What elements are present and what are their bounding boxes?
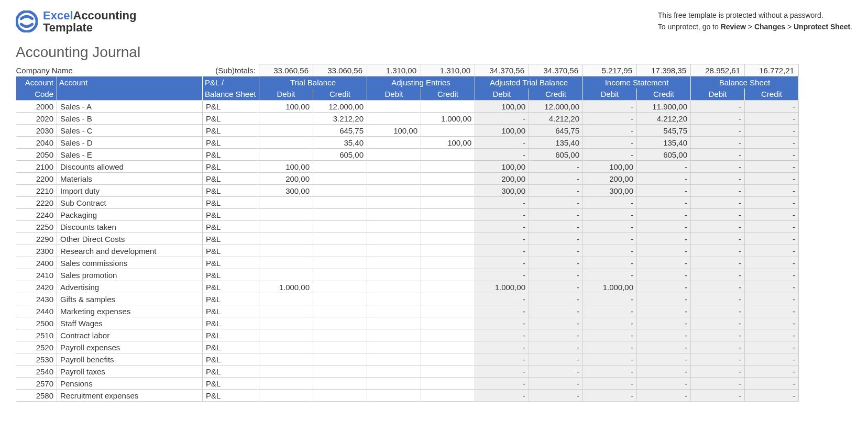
cell-ae_d[interactable] <box>367 221 421 233</box>
cell-code[interactable]: 2430 <box>16 293 57 305</box>
cell-ae_d[interactable] <box>367 329 421 341</box>
cell-tb_d[interactable] <box>259 305 313 317</box>
cell-ae_d[interactable] <box>367 378 421 390</box>
cell-tb_d[interactable] <box>259 125 313 137</box>
cell-type[interactable]: P&L <box>203 161 259 173</box>
cell-ae_c[interactable] <box>421 185 475 197</box>
cell-type[interactable]: P&L <box>203 221 259 233</box>
cell-ae_d[interactable] <box>367 149 421 161</box>
cell-tb_c[interactable] <box>313 329 367 341</box>
cell-tb_d[interactable] <box>259 329 313 341</box>
cell-ae_d[interactable] <box>367 173 421 185</box>
cell-tb_d[interactable] <box>259 233 313 245</box>
cell-name[interactable]: Discounts taken <box>57 221 203 233</box>
cell-tb_c[interactable] <box>313 161 367 173</box>
cell-code[interactable]: 2420 <box>16 281 57 293</box>
cell-ae_d[interactable] <box>367 185 421 197</box>
cell-ae_c[interactable]: 100,00 <box>421 137 475 149</box>
cell-type[interactable]: P&L <box>203 125 259 137</box>
cell-ae_d[interactable] <box>367 209 421 221</box>
cell-code[interactable]: 2000 <box>16 101 57 113</box>
cell-ae_d[interactable] <box>367 317 421 329</box>
cell-code[interactable]: 2410 <box>16 269 57 281</box>
cell-name[interactable]: Pensions <box>57 378 203 390</box>
cell-ae_c[interactable] <box>421 245 475 257</box>
cell-name[interactable]: Recruitment expenses <box>57 390 203 402</box>
cell-name[interactable]: Advertising <box>57 281 203 293</box>
cell-name[interactable]: Contract labor <box>57 329 203 341</box>
cell-tb_c[interactable]: 3.212,20 <box>313 113 367 125</box>
cell-code[interactable]: 2300 <box>16 245 57 257</box>
cell-tb_c[interactable] <box>313 233 367 245</box>
cell-type[interactable]: P&L <box>203 257 259 269</box>
cell-tb_d[interactable] <box>259 366 313 378</box>
cell-type[interactable]: P&L <box>203 341 259 353</box>
cell-tb_d[interactable] <box>259 317 313 329</box>
cell-ae_d[interactable] <box>367 293 421 305</box>
cell-name[interactable]: Other Direct Costs <box>57 233 203 245</box>
cell-tb_c[interactable] <box>313 366 367 378</box>
cell-ae_c[interactable] <box>421 353 475 366</box>
cell-tb_d[interactable]: 1.000,00 <box>259 281 313 293</box>
cell-tb_d[interactable] <box>259 378 313 390</box>
cell-tb_c[interactable] <box>313 390 367 402</box>
cell-code[interactable]: 2020 <box>16 113 57 125</box>
cell-ae_c[interactable] <box>421 329 475 341</box>
cell-code[interactable]: 2400 <box>16 257 57 269</box>
cell-code[interactable]: 2580 <box>16 390 57 402</box>
cell-name[interactable]: Gifts & samples <box>57 293 203 305</box>
cell-tb_c[interactable] <box>313 245 367 257</box>
cell-name[interactable]: Sales - A <box>57 101 203 113</box>
cell-tb_c[interactable] <box>313 378 367 390</box>
cell-ae_d[interactable] <box>367 233 421 245</box>
cell-ae_c[interactable] <box>421 101 475 113</box>
cell-tb_d[interactable]: 200,00 <box>259 173 313 185</box>
cell-tb_d[interactable] <box>259 341 313 353</box>
cell-tb_d[interactable] <box>259 197 313 209</box>
cell-tb_d[interactable] <box>259 353 313 366</box>
cell-ae_c[interactable] <box>421 317 475 329</box>
cell-type[interactable]: P&L <box>203 197 259 209</box>
cell-tb_d[interactable] <box>259 137 313 149</box>
cell-tb_d[interactable] <box>259 221 313 233</box>
cell-tb_d[interactable]: 100,00 <box>259 161 313 173</box>
cell-type[interactable]: P&L <box>203 293 259 305</box>
cell-ae_c[interactable] <box>421 221 475 233</box>
cell-name[interactable]: Payroll benefits <box>57 353 203 366</box>
cell-ae_c[interactable] <box>421 293 475 305</box>
cell-tb_d[interactable] <box>259 149 313 161</box>
cell-name[interactable]: Marketing expenses <box>57 305 203 317</box>
cell-tb_c[interactable] <box>313 341 367 353</box>
cell-code[interactable]: 2500 <box>16 317 57 329</box>
cell-type[interactable]: P&L <box>203 185 259 197</box>
cell-ae_d[interactable] <box>367 305 421 317</box>
cell-ae_c[interactable] <box>421 161 475 173</box>
cell-code[interactable]: 2200 <box>16 173 57 185</box>
cell-ae_c[interactable] <box>421 173 475 185</box>
cell-type[interactable]: P&L <box>203 113 259 125</box>
cell-tb_d[interactable] <box>259 245 313 257</box>
cell-code[interactable]: 2030 <box>16 125 57 137</box>
cell-tb_d[interactable] <box>259 209 313 221</box>
cell-code[interactable]: 2290 <box>16 233 57 245</box>
cell-ae_c[interactable] <box>421 209 475 221</box>
cell-ae_d[interactable] <box>367 353 421 366</box>
cell-type[interactable]: P&L <box>203 245 259 257</box>
cell-type[interactable]: P&L <box>203 378 259 390</box>
cell-type[interactable]: P&L <box>203 353 259 366</box>
cell-code[interactable]: 2220 <box>16 197 57 209</box>
cell-type[interactable]: P&L <box>203 269 259 281</box>
cell-code[interactable]: 2530 <box>16 353 57 366</box>
cell-type[interactable]: P&L <box>203 390 259 402</box>
cell-ae_c[interactable] <box>421 366 475 378</box>
cell-ae_d[interactable] <box>367 137 421 149</box>
cell-ae_d[interactable] <box>367 281 421 293</box>
cell-tb_c[interactable] <box>313 185 367 197</box>
cell-tb_d[interactable] <box>259 293 313 305</box>
cell-ae_c[interactable] <box>421 257 475 269</box>
cell-type[interactable]: P&L <box>203 101 259 113</box>
cell-type[interactable]: P&L <box>203 317 259 329</box>
cell-ae_c[interactable] <box>421 197 475 209</box>
cell-name[interactable]: Sub Contract <box>57 197 203 209</box>
cell-tb_d[interactable] <box>259 390 313 402</box>
